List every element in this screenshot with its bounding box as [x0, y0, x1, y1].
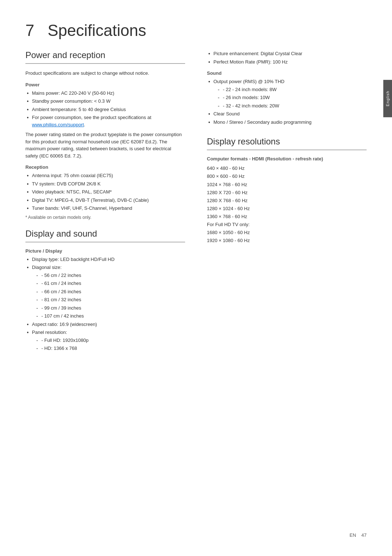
list-item: Perfect Motion Rate (PMR): 100 Hz: [207, 58, 367, 66]
display-sound-section: Display and sound Picture / Display Disp…: [25, 229, 185, 352]
reception-note: * Available on certain models only.: [25, 215, 185, 220]
list-item: Diagonal size: - 56 cm / 22 inches - 61 …: [25, 264, 185, 320]
footer-page-number: 47: [362, 532, 367, 538]
list-item: - 56 cm / 22 inches: [36, 272, 185, 279]
footer-language: EN: [350, 532, 356, 538]
list-item: For Full HD TV only:: [207, 221, 367, 229]
resolution-list: 640 × 480 - 60 Hz 800 × 600 - 60 Hz 1024…: [207, 164, 367, 245]
list-item: Aspect ratio: 16:9 (widescreen): [25, 321, 185, 328]
panel-resolution-list: - Full HD: 1920x1080p - HD: 1366 x 768: [32, 337, 185, 352]
list-item: Antenna input: 75 ohm coaxial (IEC75): [25, 172, 185, 179]
list-item: For power consumption, see the product s…: [25, 114, 185, 128]
output-power-list: - 22 - 24 inch models: 8W - 26 inch mode…: [213, 86, 367, 110]
list-item: - 107 cm / 42 inches: [36, 312, 185, 320]
right-column: Picture enhancement: Digital Crystal Cle…: [207, 50, 367, 534]
list-item: 800 × 600 - 60 Hz: [207, 172, 367, 180]
two-column-layout: Power and reception Product specificatio…: [25, 50, 367, 534]
list-item: - 26 inch models: 10W: [218, 94, 367, 101]
display-resolutions-section: Display resolutions Computer formats - H…: [207, 136, 367, 245]
list-item: Mono / Stereo / Secondary audio programm…: [207, 119, 367, 126]
power-reception-section: Power and reception Product specificatio…: [25, 50, 185, 220]
sound-heading: Sound: [207, 70, 367, 76]
list-item: 1920 × 1080 - 60 Hz: [207, 237, 367, 245]
list-item: - Full HD: 1920x1080p: [36, 337, 185, 344]
page: English 7 Specifications Power and recep…: [0, 0, 392, 556]
list-item: 1024 × 768 - 60 Hz: [207, 181, 367, 189]
list-item: Standby power consumption: < 0.3 W: [25, 98, 185, 105]
list-item: 1280 X 768 - 60 Hz: [207, 197, 367, 205]
diagonal-size-list: - 56 cm / 22 inches - 61 cm / 24 inches …: [32, 272, 185, 320]
display-resolutions-title: Display resolutions: [207, 136, 367, 150]
list-item: - HD: 1366 x 768: [36, 345, 185, 352]
picture-list: Display type: LED backlight HD/Full HD D…: [25, 256, 185, 352]
computer-formats-heading: Computer formats - HDMI (Resolution - re…: [207, 156, 367, 162]
list-item: - 66 cm / 26 inches: [36, 288, 185, 295]
list-item: - 61 cm / 24 inches: [36, 280, 185, 287]
intro-text: Product specifications are subject to ch…: [25, 70, 185, 77]
list-item: Ambient temperature: 5 to 40 degree Cels…: [25, 106, 185, 113]
list-item: - 22 - 24 inch models: 8W: [218, 86, 367, 93]
side-tab: English: [383, 80, 392, 117]
picture-display-heading: Picture / Display: [25, 248, 185, 254]
list-item: 1680 × 1050 - 60 Hz: [207, 229, 367, 237]
list-item: 640 × 480 - 60 Hz: [207, 164, 367, 172]
picture-continued-list: Picture enhancement: Digital Crystal Cle…: [207, 50, 367, 65]
list-item: Digital TV: MPEG-4, DVB-T (Terrestrial),…: [25, 197, 185, 204]
power-list: Mains power: AC 220-240 V (50-60 Hz) Sta…: [25, 90, 185, 128]
list-item: - 99 cm / 39 inches: [36, 304, 185, 312]
list-item: Tuner bands: VHF, UHF, S-Channel, Hyperb…: [25, 205, 185, 212]
reception-list: Antenna input: 75 ohm coaxial (IEC75) TV…: [25, 172, 185, 212]
footer: EN 47: [350, 532, 367, 538]
chapter-title: 7 Specifications: [25, 22, 367, 39]
list-item: - 81 cm / 32 inches: [36, 296, 185, 303]
reception-heading: Reception: [25, 164, 185, 170]
list-item: 1280 X 720 - 60 Hz: [207, 189, 367, 197]
list-item: 1280 × 1024 - 60 Hz: [207, 205, 367, 213]
list-item: Clear Sound: [207, 110, 367, 118]
list-item: Output power (RMS) @ 10% THD - 22 - 24 i…: [207, 78, 367, 109]
list-item: Video playback: NTSC, PAL, SECAM*: [25, 188, 185, 196]
display-sound-title: Display and sound: [25, 229, 185, 242]
list-item: Panel resolution: - Full HD: 1920x1080p …: [25, 329, 185, 352]
chapter-title-text: Specifications: [48, 21, 146, 39]
power-heading: Power: [25, 82, 185, 87]
sound-list: Output power (RMS) @ 10% THD - 22 - 24 i…: [207, 78, 367, 126]
power-reception-title: Power and reception: [25, 50, 185, 64]
philips-support-link[interactable]: www.philips.com/support: [32, 122, 84, 127]
list-item: Picture enhancement: Digital Crystal Cle…: [207, 50, 367, 57]
left-column: Power and reception Product specificatio…: [25, 50, 185, 534]
list-item: Mains power: AC 220-240 V (50-60 Hz): [25, 90, 185, 97]
list-item: Display type: LED backlight HD/Full HD: [25, 256, 185, 263]
power-note: The power rating stated on the product t…: [25, 131, 185, 159]
list-item: 1360 × 768 - 60 Hz: [207, 213, 367, 221]
list-item: TV system: DVB COFDM 2K/8 K: [25, 180, 185, 188]
list-item: - 32 - 42 inch models: 20W: [218, 102, 367, 110]
chapter-number: 7: [25, 21, 34, 39]
